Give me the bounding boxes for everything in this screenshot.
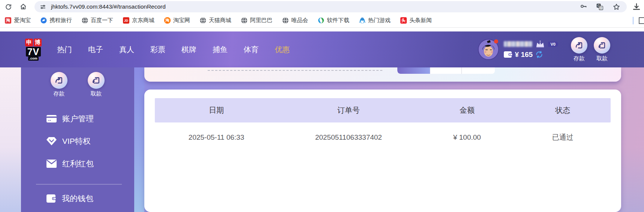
bookmark-alibaba[interactable]: 阿里巴巴 — [241, 17, 273, 24]
taobao-orange-icon: 淘 — [164, 17, 171, 24]
reload-icon[interactable] — [4, 2, 13, 11]
column-header-status: 状态 — [515, 105, 611, 115]
cell-date: 2025-05-11 06:33 — [155, 133, 278, 142]
deposit-arrow-icon — [571, 37, 587, 54]
taobao-red-icon: 淘 — [5, 17, 11, 24]
cell-status: 已通过 — [515, 133, 611, 142]
vip-level-badge: V0 — [548, 42, 558, 47]
sidebar-item-account[interactable]: 账户管理 — [46, 113, 94, 124]
toutiao-icon: 头 — [400, 17, 407, 24]
sidebar-item-vip[interactable]: VIP特权 — [46, 136, 91, 146]
home-icon[interactable] — [19, 2, 28, 11]
cell-order-no: 20250511063337402 — [278, 133, 419, 142]
bookmark-tmall[interactable]: 天猫商城 — [200, 17, 231, 24]
translate-icon[interactable]: G文 — [595, 2, 604, 11]
globe-icon — [82, 17, 88, 24]
withdraw-arrow-icon — [88, 72, 105, 89]
nav-fishing[interactable]: 捕鱼 — [213, 45, 228, 55]
sidebar-item-wallet[interactable]: 我的钱包 — [46, 193, 93, 204]
bookmarks-bar: 淘 爱淘宝 携程旅行 百度一下 JD 京东商城 淘 淘宝网 天猫商城 阿里巴巴 — [0, 13, 644, 28]
bookmark-baidu[interactable]: 百度一下 — [82, 17, 113, 24]
bookmark-vip[interactable]: 唯品会 — [282, 17, 308, 24]
logo-char-2: 博 — [34, 39, 42, 46]
globe-icon — [282, 17, 289, 24]
svg-text:文: 文 — [600, 6, 603, 10]
sidebar-item-redpacket[interactable]: 红利红包 — [46, 158, 94, 169]
column-header-order: 订单号 — [278, 105, 419, 115]
nav-sports[interactable]: 体育 — [244, 45, 259, 55]
username-blurred — [504, 41, 532, 47]
site-logo[interactable]: 申 博 7V .com — [23, 39, 43, 61]
sidebar-divider — [36, 184, 122, 185]
left-background-strip — [0, 67, 21, 212]
bookmark-jd[interactable]: JD 京东商城 — [123, 17, 154, 24]
table-row: 2025-05-11 06:33 20250511063337402 ¥ 100… — [155, 122, 611, 152]
bookmark-software[interactable]: 软件下载 — [318, 17, 349, 24]
logo-com: .com — [28, 57, 38, 61]
logo-7v: 7V — [26, 47, 41, 57]
bookmark-aitaobao[interactable]: 淘 爱淘宝 — [5, 17, 31, 24]
dashed-underline — [208, 70, 382, 71]
deposit-arrow-icon — [51, 72, 67, 89]
balance-amount: ¥ 165 — [515, 51, 533, 59]
bookmark-star-icon[interactable] — [612, 2, 621, 11]
envelope-icon — [46, 160, 57, 168]
site-header: 申 博 7V .com 热门 电子 真人 彩票 棋牌 捕鱼 体育 优惠 V0 — [0, 31, 644, 67]
filter-card — [144, 67, 621, 82]
browser-chrome: jhktofs.7vv09.com:8443/#/transactionReco… — [0, 0, 644, 31]
url-bar[interactable]: jhktofs.7vv09.com:8443/#/transactionReco… — [34, 1, 627, 12]
sidebar-withdraw-button[interactable]: 取款 — [88, 72, 105, 97]
period-tab-selected[interactable] — [397, 67, 430, 74]
globe-icon — [241, 17, 247, 24]
nav-promo[interactable]: 优惠 — [275, 45, 290, 55]
withdraw-arrow-icon — [594, 37, 610, 54]
header-withdraw-button[interactable]: 取款 — [594, 37, 610, 62]
bookmark-ctrip[interactable]: 携程旅行 — [40, 17, 72, 24]
avatar[interactable] — [478, 39, 499, 60]
bookmark-games[interactable]: 热门游戏 — [359, 17, 391, 24]
jd-icon: JD — [123, 17, 129, 24]
column-header-amount: 金额 — [419, 105, 515, 115]
penguin-icon — [359, 17, 365, 24]
partial-panel-icon[interactable] — [639, 17, 644, 24]
bank-card-icon — [46, 115, 57, 123]
period-tabs — [397, 67, 495, 74]
bookmark-taobao[interactable]: 淘 淘宝网 — [164, 17, 190, 24]
main-nav: 热门 电子 真人 彩票 棋牌 捕鱼 体育 优惠 — [57, 45, 290, 55]
gap-background-strip — [134, 67, 144, 212]
software-download-icon — [318, 17, 324, 24]
bookmark-toutiao[interactable]: 头 头条新闻 — [400, 17, 432, 24]
dolphin-icon — [40, 17, 47, 24]
site-info-icon[interactable] — [38, 2, 47, 11]
browser-toolbar: jhktofs.7vv09.com:8443/#/transactionReco… — [0, 0, 644, 13]
url-text[interactable]: jhktofs.7vv09.com:8443/#/transactionReco… — [51, 3, 579, 10]
period-tab[interactable] — [430, 67, 462, 74]
wallet-icon — [46, 194, 56, 203]
page-body: 存款 取款 账户管理 VIP特权 红利红包 — [0, 67, 644, 212]
download-icon[interactable] — [632, 2, 641, 11]
main-content: 日期 订单号 金额 状态 2025-05-11 06:33 2025051106… — [144, 67, 621, 212]
gem-icon — [46, 137, 57, 146]
nav-cards[interactable]: 棋牌 — [181, 45, 196, 55]
cell-amount: ¥ 100.00 — [419, 133, 515, 142]
transaction-table-card: 日期 订单号 金额 状态 2025-05-11 06:33 2025051106… — [144, 90, 621, 212]
notification-dot — [494, 39, 498, 43]
nav-live[interactable]: 真人 — [119, 45, 134, 55]
table-header-row: 日期 订单号 金额 状态 — [155, 98, 611, 122]
sidebar-deposit-button[interactable]: 存款 — [51, 72, 67, 97]
period-tab[interactable] — [462, 67, 495, 74]
refresh-balance-icon[interactable] — [535, 51, 543, 58]
logo-char-1: 申 — [25, 39, 33, 46]
header-deposit-button[interactable]: 存款 — [571, 37, 587, 62]
wallet-icon — [504, 51, 512, 58]
vip-crown-icon — [535, 40, 545, 48]
password-key-icon[interactable] — [579, 2, 588, 11]
caret-divider — [633, 17, 634, 24]
column-header-date: 日期 — [155, 105, 278, 115]
globe-icon — [200, 17, 206, 24]
sidebar: 存款 取款 账户管理 VIP特权 红利红包 — [21, 67, 134, 212]
nav-slots[interactable]: 电子 — [88, 45, 103, 55]
nav-lottery[interactable]: 彩票 — [150, 45, 165, 55]
nav-hot[interactable]: 热门 — [57, 45, 72, 55]
